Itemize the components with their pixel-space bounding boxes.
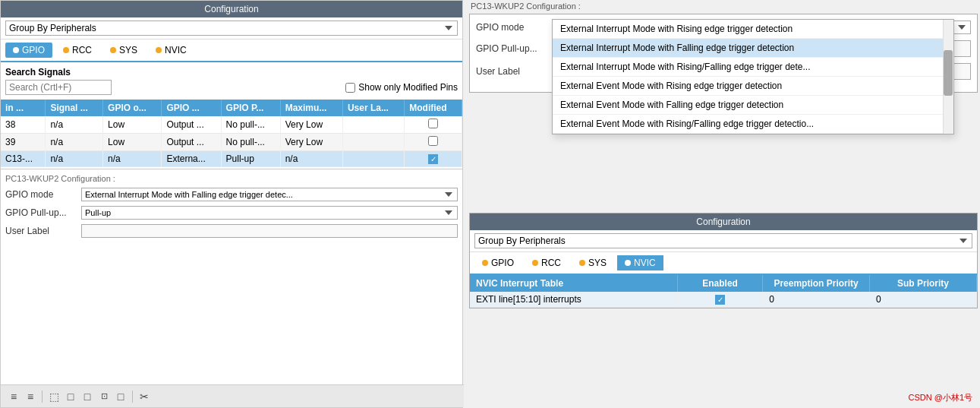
checked-icon: ✓ bbox=[428, 154, 438, 164]
user-label-row: User Label bbox=[5, 224, 458, 238]
toolbar-icon-3[interactable]: ⬚ bbox=[47, 390, 61, 403]
nvic-sys-dot bbox=[579, 260, 585, 266]
nvic-col-sub[interactable]: Sub Priority bbox=[870, 275, 977, 292]
cell-max: n/a bbox=[280, 151, 342, 167]
table-row[interactable]: 38 n/a Low Output ... No pull-... Very L… bbox=[1, 116, 462, 134]
tab-sys[interactable]: SYS bbox=[102, 43, 145, 58]
table-row-selected[interactable]: C13-... n/a n/a Externa... Pull-up n/a ✓ bbox=[1, 151, 462, 167]
nvic-gpio-dot bbox=[482, 260, 488, 266]
cell-modified[interactable] bbox=[405, 134, 462, 151]
left-tabs-row: GPIO RCC SYS NVIC bbox=[1, 40, 462, 62]
toolbar-icon-8[interactable]: ✂ bbox=[137, 390, 151, 403]
col-gpio-mode[interactable]: GPIO ... bbox=[162, 100, 221, 116]
toolbar-icon-5[interactable]: □ bbox=[80, 390, 94, 403]
user-label-label: User Label bbox=[5, 226, 81, 236]
modified-check-1[interactable] bbox=[428, 119, 438, 128]
gpio-mode-row: GPIO mode External Interrupt Mode with F… bbox=[5, 188, 458, 201]
nvic-col-name[interactable]: NVIC Interrupt Table bbox=[470, 275, 677, 292]
right-top-section-title: PC13-WKUP2 Configuration : bbox=[469, 0, 978, 14]
nvic-tab-rcc[interactable]: RCC bbox=[525, 255, 569, 270]
nvic-tabs-row: GPIO RCC SYS NVIC bbox=[470, 252, 977, 275]
user-label-input[interactable] bbox=[81, 224, 458, 238]
toolbar-icon-2[interactable]: ≡ bbox=[24, 390, 37, 403]
col-modified[interactable]: Modified bbox=[405, 100, 462, 116]
search-section: Search Signals Show only Modified Pins bbox=[1, 62, 462, 96]
cell-user-label bbox=[342, 134, 404, 151]
search-input[interactable] bbox=[5, 80, 112, 95]
dropdown-item-5[interactable]: External Event Mode with Falling edge tr… bbox=[553, 96, 953, 115]
left-panel-title: Configuration bbox=[1, 1, 462, 17]
col-pin[interactable]: in ... bbox=[1, 100, 46, 116]
col-max[interactable]: Maximu... bbox=[280, 100, 342, 116]
left-panel: Configuration Group By Peripherals GPIO … bbox=[0, 0, 463, 408]
cell-pin: 38 bbox=[1, 116, 46, 134]
cell-modified[interactable] bbox=[405, 116, 462, 134]
show-modified-label: Show only Modified Pins bbox=[358, 82, 458, 93]
sys-dot bbox=[110, 47, 116, 53]
nvic-tab-gpio[interactable]: GPIO bbox=[474, 255, 522, 270]
signal-table-container: in ... Signal ... GPIO o... GPIO ... GPI… bbox=[1, 100, 462, 167]
gpio-mode-select[interactable]: External Interrupt Mode with Falling edg… bbox=[81, 188, 458, 201]
nvic-enabled-check: ✓ bbox=[715, 295, 725, 305]
tab-rcc[interactable]: RCC bbox=[55, 43, 99, 58]
cell-gpio-output: Low bbox=[103, 116, 162, 134]
cell-signal: n/a bbox=[46, 134, 103, 151]
toolbar-icon-1[interactable]: ≡ bbox=[7, 390, 20, 403]
nvic-cell-name: EXTI line[15:10] interrupts bbox=[470, 292, 677, 308]
tab-nvic[interactable]: NVIC bbox=[148, 43, 194, 58]
cell-gpio-pull: No pull-... bbox=[221, 134, 280, 151]
nvic-tab-nvic[interactable]: NVIC bbox=[617, 255, 663, 270]
cell-gpio-output: n/a bbox=[103, 151, 162, 167]
nvic-cell-preemption: 0 bbox=[763, 292, 870, 308]
gpio-mode-label: GPIO mode bbox=[5, 189, 81, 200]
right-top-dropdown-box: GPIO mode External Interrupt Mode with F… bbox=[469, 14, 978, 93]
show-modified-checkbox[interactable] bbox=[345, 83, 355, 93]
table-row[interactable]: 39 n/a Low Output ... No pull-... Very L… bbox=[1, 134, 462, 151]
dropdown-scroll-thumb[interactable] bbox=[944, 50, 953, 96]
nvic-panel-title: Configuration bbox=[470, 213, 977, 230]
gpio-dot bbox=[13, 47, 19, 53]
dropdown-item-3[interactable]: External Interrupt Mode with Rising/Fall… bbox=[553, 58, 953, 77]
col-user-label[interactable]: User La... bbox=[342, 100, 404, 116]
gpio-pull-row: GPIO Pull-up... Pull-up bbox=[5, 206, 458, 220]
group-by-select[interactable]: Group By Peripherals bbox=[5, 21, 458, 36]
nvic-nvic-dot bbox=[625, 260, 631, 266]
nvic-dot bbox=[156, 47, 162, 53]
nvic-group-select[interactable]: Group By Peripherals bbox=[474, 233, 972, 248]
right-top-panel: PC13-WKUP2 Configuration : GPIO mode Ext… bbox=[469, 0, 978, 93]
dropdown-item-6[interactable]: External Event Mode with Rising/Falling … bbox=[553, 115, 953, 134]
rcc-dot bbox=[63, 47, 69, 53]
cell-modified-checked[interactable]: ✓ bbox=[405, 151, 462, 167]
col-gpio-pull[interactable]: GPIO P... bbox=[221, 100, 280, 116]
dropdown-scrollbar[interactable] bbox=[943, 20, 953, 134]
nvic-cell-enabled[interactable]: ✓ bbox=[677, 292, 762, 308]
nvic-interrupt-table: NVIC Interrupt Table Enabled Preemption … bbox=[470, 275, 977, 308]
nvic-panel: Configuration Group By Peripherals GPIO … bbox=[469, 213, 978, 308]
nvic-col-enabled[interactable]: Enabled bbox=[677, 275, 762, 292]
cell-max: Very Low bbox=[280, 116, 342, 134]
cell-max: Very Low bbox=[280, 134, 342, 151]
modified-check-2[interactable] bbox=[428, 136, 438, 146]
dropdown-item-4[interactable]: External Event Mode with Rising edge tri… bbox=[553, 77, 953, 96]
toolbar-icon-4[interactable]: □ bbox=[64, 390, 77, 403]
nvic-tab-sys[interactable]: SYS bbox=[572, 255, 614, 270]
toolbar-icon-6[interactable]: ⊡ bbox=[97, 390, 111, 403]
cell-gpio-output: Low bbox=[103, 134, 162, 151]
toolbar-sep-1 bbox=[42, 391, 43, 403]
dropdown-item-2[interactable]: External Interrupt Mode with Falling edg… bbox=[553, 39, 953, 58]
cell-pin: C13-... bbox=[1, 151, 46, 167]
col-gpio-output[interactable]: GPIO o... bbox=[103, 100, 162, 116]
show-modified-row: Show only Modified Pins bbox=[345, 82, 458, 93]
gpio-pull-select[interactable]: Pull-up bbox=[81, 206, 458, 220]
signal-table: in ... Signal ... GPIO o... GPIO ... GPI… bbox=[1, 100, 462, 167]
cell-user-label bbox=[342, 116, 404, 134]
bottom-config-title: PC13-WKUP2 Configuration : bbox=[5, 174, 458, 183]
toolbar-icon-7[interactable]: □ bbox=[114, 390, 128, 403]
nvic-table-row[interactable]: EXTI line[15:10] interrupts ✓ 0 0 bbox=[470, 292, 977, 308]
right-gpio-pull-label: GPIO Pull-up... bbox=[476, 43, 559, 54]
nvic-col-preemption[interactable]: Preemption Priority bbox=[763, 275, 870, 292]
dropdown-item-1[interactable]: External Interrupt Mode with Rising edge… bbox=[553, 20, 953, 39]
tab-gpio[interactable]: GPIO bbox=[5, 43, 52, 58]
col-signal[interactable]: Signal ... bbox=[46, 100, 103, 116]
right-gpio-mode-label: GPIO mode bbox=[476, 22, 559, 33]
